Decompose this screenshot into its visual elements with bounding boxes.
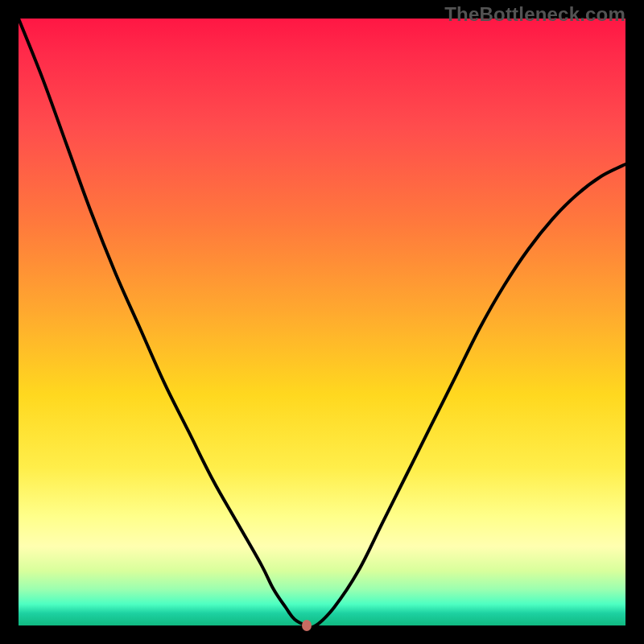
bottleneck-curve: [19, 19, 625, 625]
chart-frame: TheBottleneck.com: [0, 0, 644, 644]
minimum-marker: [302, 620, 312, 631]
watermark-text: TheBottleneck.com: [444, 3, 625, 26]
plot-area: [19, 19, 625, 625]
